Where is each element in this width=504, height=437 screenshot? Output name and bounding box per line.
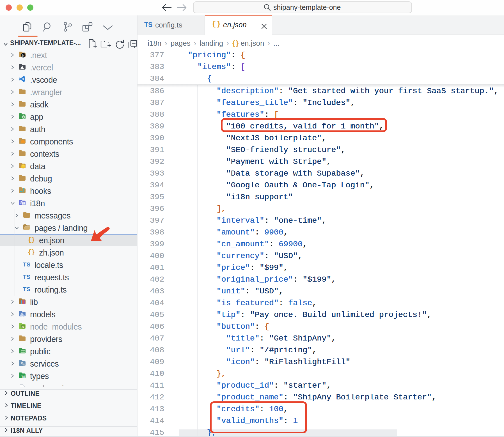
svg-text:JS: JS bbox=[22, 325, 25, 328]
svg-text:}: } bbox=[31, 249, 35, 255]
svg-text:TS: TS bbox=[23, 261, 30, 268]
svg-text:TS: TS bbox=[23, 273, 30, 280]
svg-text:TS: TS bbox=[23, 286, 30, 292]
svg-text:}: } bbox=[31, 236, 35, 243]
svg-text:N: N bbox=[22, 54, 24, 57]
svg-text:TS: TS bbox=[21, 375, 25, 378]
svg-text:文: 文 bbox=[22, 202, 25, 205]
